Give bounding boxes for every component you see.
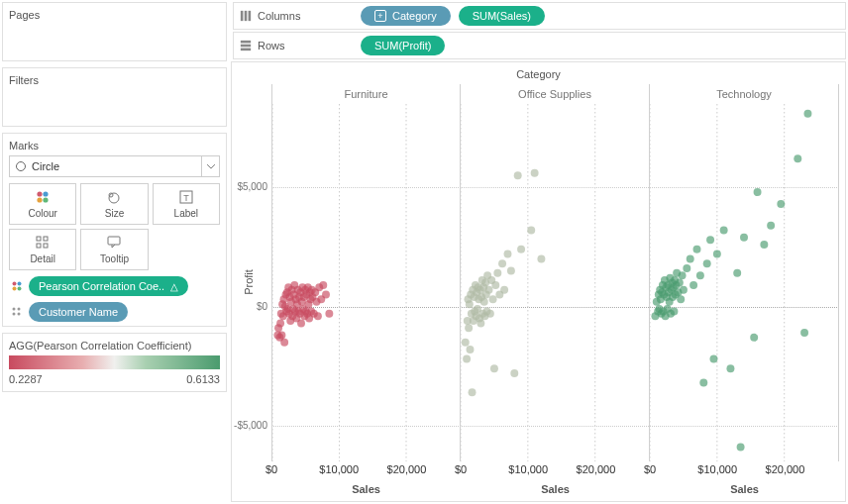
data-point[interactable] — [794, 154, 801, 162]
shelf-pill[interactable]: +Category — [361, 6, 451, 26]
data-point[interactable] — [713, 251, 721, 258]
data-point[interactable] — [322, 291, 330, 299]
colour-legend[interactable]: AGG(Pearson Correlation Coefficient) 0.2… — [2, 333, 227, 392]
facet-title: Technology — [650, 84, 838, 104]
data-point[interactable] — [709, 355, 717, 363]
data-point[interactable] — [510, 369, 518, 377]
x-tick-label: $0 — [644, 463, 656, 475]
svg-point-2 — [38, 197, 43, 202]
filters-shelf[interactable]: Filters — [2, 67, 227, 127]
data-point[interactable] — [676, 279, 684, 287]
data-point[interactable] — [670, 307, 678, 315]
data-point[interactable] — [740, 234, 748, 242]
data-point[interactable] — [462, 339, 470, 347]
data-point[interactable] — [276, 319, 284, 327]
data-point[interactable] — [726, 364, 734, 372]
svg-point-1 — [44, 191, 49, 196]
detail-mini-icon — [9, 306, 25, 318]
marks-title: Marks — [9, 138, 220, 155]
x-axis-label: Sales — [461, 483, 650, 495]
data-point[interactable] — [490, 364, 498, 372]
pill-label: Category — [392, 10, 437, 22]
data-point[interactable] — [706, 236, 714, 244]
data-point[interactable] — [537, 254, 545, 262]
data-point[interactable] — [477, 319, 484, 327]
data-point[interactable] — [491, 281, 499, 289]
data-point[interactable] — [498, 259, 506, 267]
shelf-pill[interactable]: SUM(Sales) — [459, 6, 545, 26]
data-point[interactable] — [699, 379, 707, 387]
data-point[interactable] — [325, 310, 333, 318]
data-point[interactable] — [469, 388, 477, 396]
data-point[interactable] — [693, 246, 701, 253]
svg-rect-12 — [108, 237, 120, 245]
svg-rect-11 — [44, 244, 48, 248]
data-point[interactable] — [527, 227, 535, 235]
data-point[interactable] — [703, 259, 711, 267]
columns-shelf[interactable]: Columns +CategorySUM(Sales) — [233, 2, 846, 30]
data-point[interactable] — [754, 188, 762, 196]
size-button[interactable]: Size — [80, 183, 148, 225]
data-point[interactable] — [760, 241, 768, 249]
size-label: Size — [105, 208, 124, 219]
data-point[interactable] — [677, 295, 685, 303]
data-point[interactable] — [680, 286, 688, 294]
data-point[interactable] — [480, 298, 488, 306]
data-point[interactable] — [466, 300, 474, 308]
data-point[interactable] — [493, 269, 501, 277]
data-point[interactable] — [531, 169, 539, 177]
shelf-pill[interactable]: SUM(Profit) — [361, 36, 445, 55]
data-point[interactable] — [517, 246, 525, 253]
svg-rect-9 — [44, 237, 48, 241]
svg-rect-26 — [241, 49, 251, 51]
data-point[interactable] — [733, 269, 741, 277]
data-point[interactable] — [507, 266, 515, 274]
x-axis: $0$10,000$20,000Sales — [271, 463, 461, 495]
data-point[interactable] — [486, 310, 494, 318]
data-point[interactable] — [319, 281, 327, 289]
detail-button[interactable]: Detail — [9, 229, 76, 270]
data-point[interactable] — [467, 346, 475, 353]
data-point[interactable] — [696, 271, 704, 279]
data-point[interactable] — [679, 271, 687, 279]
colour-icon — [35, 189, 51, 205]
tooltip-button[interactable]: Tooltip — [80, 229, 148, 270]
data-point[interactable] — [489, 295, 497, 303]
scatter-plot[interactable] — [650, 104, 838, 461]
data-point[interactable] — [514, 171, 522, 179]
data-point[interactable] — [314, 312, 322, 320]
data-point[interactable] — [803, 110, 811, 118]
columns-icon — [240, 10, 252, 22]
data-point[interactable] — [687, 254, 694, 262]
data-point[interactable] — [297, 319, 305, 327]
data-point[interactable] — [800, 329, 808, 337]
colour-button[interactable]: Colour — [9, 183, 76, 225]
label-button[interactable]: T Label — [153, 183, 220, 225]
data-point[interactable] — [504, 251, 512, 258]
chart-view[interactable]: Category Profit -$5,000$0$5,000 Furnitur… — [231, 61, 846, 502]
data-point[interactable] — [280, 339, 288, 347]
data-point[interactable] — [689, 281, 697, 289]
data-point[interactable] — [500, 286, 508, 294]
colour-pill[interactable]: Pearson Correlation Coe.. △ — [29, 276, 188, 296]
data-point[interactable] — [777, 200, 785, 208]
x-tick-label: $10,000 — [508, 463, 548, 475]
scatter-plot[interactable] — [272, 104, 460, 461]
data-point[interactable] — [683, 264, 690, 272]
data-point[interactable] — [767, 222, 775, 230]
detail-pill[interactable]: Customer Name — [29, 302, 128, 322]
data-point[interactable] — [277, 331, 285, 339]
scatter-plot[interactable] — [461, 104, 649, 461]
data-point[interactable] — [463, 355, 471, 363]
x-axis-label: Sales — [271, 483, 461, 495]
data-point[interactable] — [750, 334, 758, 342]
data-point[interactable] — [465, 324, 473, 332]
data-point[interactable] — [720, 227, 728, 235]
data-point[interactable] — [485, 286, 493, 294]
svg-rect-21 — [241, 11, 244, 21]
pages-shelf[interactable]: Pages — [2, 2, 227, 61]
svg-point-17 — [13, 308, 16, 311]
mark-type-dropdown[interactable]: Circle — [9, 155, 220, 177]
rows-shelf[interactable]: Rows SUM(Profit) — [233, 32, 846, 59]
data-point[interactable] — [737, 444, 745, 452]
